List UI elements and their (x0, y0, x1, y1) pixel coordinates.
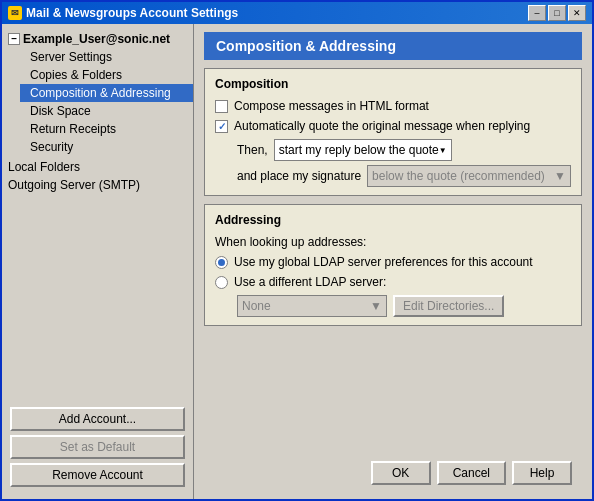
diff-ldap-row: Use a different LDAP server: (215, 275, 571, 289)
auto-quote-label: Automatically quote the original message… (234, 119, 530, 133)
main-panel: Composition & Addressing Composition Com… (194, 24, 592, 499)
main-window: ✉ Mail & Newsgroups Account Settings – □… (0, 0, 594, 501)
ok-button[interactable]: OK (371, 461, 431, 485)
diff-ldap-label: Use a different LDAP server: (234, 275, 386, 289)
diff-ldap-radio[interactable] (215, 276, 228, 289)
sig-arrow: ▼ (554, 169, 566, 183)
then-row: Then, start my reply below the quote ▼ (237, 139, 571, 161)
footer-buttons: OK Cancel Help (204, 455, 582, 491)
then-label: Then, (237, 143, 268, 157)
maximize-button[interactable]: □ (548, 5, 566, 21)
sidebar-item-composition-addressing[interactable]: Composition & Addressing (20, 84, 193, 102)
html-format-checkbox[interactable] (215, 100, 228, 113)
sidebar-item-copies-folders[interactable]: Copies & Folders (20, 66, 193, 84)
addressing-section-label: Addressing (215, 213, 571, 227)
global-ldap-radio[interactable] (215, 256, 228, 269)
window-title: Mail & Newsgroups Account Settings (26, 6, 238, 20)
close-button[interactable]: ✕ (568, 5, 586, 21)
sidebar-item-local-folders[interactable]: Local Folders (2, 158, 193, 176)
cancel-button[interactable]: Cancel (437, 461, 506, 485)
reply-option-value: start my reply below the quote (279, 143, 439, 157)
account-name: Example_User@sonic.net (23, 32, 170, 46)
auto-quote-checkbox[interactable] (215, 120, 228, 133)
global-ldap-label: Use my global LDAP server preferences fo… (234, 255, 533, 269)
ldap-select-arrow: ▼ (370, 299, 382, 313)
auto-quote-row: Automatically quote the original message… (215, 119, 571, 133)
composition-section: Composition Compose messages in HTML for… (204, 68, 582, 196)
edit-directories-button[interactable]: Edit Directories... (393, 295, 504, 317)
sidebar-item-return-receipts[interactable]: Return Receipts (20, 120, 193, 138)
sidebar-item-server-settings[interactable]: Server Settings (20, 48, 193, 66)
title-bar-controls[interactable]: – □ ✕ (528, 5, 586, 21)
account-tree-parent[interactable]: – Example_User@sonic.net (2, 30, 193, 48)
set-default-button[interactable]: Set as Default (10, 435, 185, 459)
sig-placement-select[interactable]: below the quote (recommended) ▼ (367, 165, 571, 187)
sig-option-value: below the quote (recommended) (372, 169, 545, 183)
page-title: Composition & Addressing (204, 32, 582, 60)
sidebar: – Example_User@sonic.net Server Settings… (2, 24, 194, 499)
collapse-icon: – (8, 33, 20, 45)
html-format-label: Compose messages in HTML format (234, 99, 429, 113)
addressing-section: Addressing When looking up addresses: Us… (204, 204, 582, 326)
sig-prefix-label: and place my signature (237, 169, 361, 183)
sidebar-item-outgoing-smtp[interactable]: Outgoing Server (SMTP) (2, 176, 193, 194)
sidebar-item-disk-space[interactable]: Disk Space (20, 102, 193, 120)
help-button[interactable]: Help (512, 461, 572, 485)
html-format-row: Compose messages in HTML format (215, 99, 571, 113)
sidebar-buttons: Add Account... Set as Default Remove Acc… (2, 401, 193, 493)
sidebar-item-security[interactable]: Security (20, 138, 193, 156)
minimize-button[interactable]: – (528, 5, 546, 21)
window-icon: ✉ (8, 6, 22, 20)
when-label: When looking up addresses: (215, 235, 571, 249)
tree-area: – Example_User@sonic.net Server Settings… (2, 30, 193, 401)
tree-children: Server Settings Copies & Folders Composi… (2, 48, 193, 156)
ldap-none-value: None (242, 299, 271, 313)
ldap-server-select[interactable]: None ▼ (237, 295, 387, 317)
remove-account-button[interactable]: Remove Account (10, 463, 185, 487)
title-bar-left: ✉ Mail & Newsgroups Account Settings (8, 6, 238, 20)
composition-section-label: Composition (215, 77, 571, 91)
title-bar: ✉ Mail & Newsgroups Account Settings – □… (2, 2, 592, 24)
add-account-button[interactable]: Add Account... (10, 407, 185, 431)
reply-option-select[interactable]: start my reply below the quote ▼ (274, 139, 452, 161)
reply-option-arrow: ▼ (439, 146, 447, 155)
global-ldap-row: Use my global LDAP server preferences fo… (215, 255, 571, 269)
signature-row: and place my signature below the quote (… (237, 165, 571, 187)
content-area: – Example_User@sonic.net Server Settings… (2, 24, 592, 499)
ldap-server-row: None ▼ Edit Directories... (237, 295, 571, 317)
